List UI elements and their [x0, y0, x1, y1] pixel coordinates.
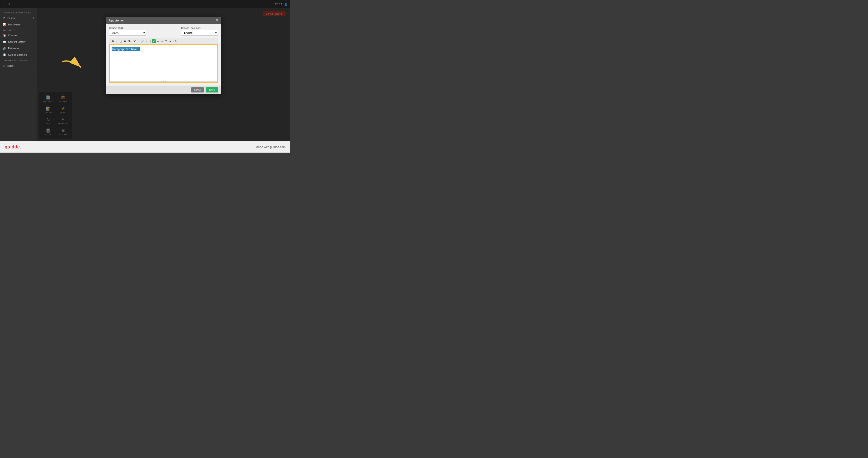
main-content: Delete Page 🗑 📄 Document 📦 SCORM 📝 Free …: [37, 8, 290, 141]
sidebar-item-guided-learning-label: Guided Learning: [8, 53, 27, 56]
pages-icon: 🗋: [3, 17, 5, 20]
user-avatar-icon[interactable]: 👤: [284, 3, 287, 6]
link-button[interactable]: 🔗: [140, 39, 145, 43]
close-button[interactable]: Close: [191, 87, 204, 92]
dashboard-icon: 📊: [3, 23, 6, 26]
sidebar-item-pages[interactable]: 🗋 Pages +: [0, 15, 37, 21]
sidebar: Course Builder Pages 🗋 Pages + 📊 Dashboa…: [0, 8, 37, 141]
resize-dots-icon: • • •: [161, 81, 166, 83]
subscript-button[interactable]: X₂: [127, 39, 132, 43]
add-button[interactable]: +: [168, 39, 172, 43]
sidebar-section-products: Products: [0, 28, 37, 32]
sidebar-section-create-manage: Create and Manage: [0, 58, 37, 62]
courses-chevron-icon: ›: [33, 34, 34, 37]
underline-button[interactable]: U: [119, 39, 122, 43]
modal-overlay: Update Item × Column Width: 100% 75% 66%…: [37, 8, 290, 141]
top-bar: ☰ C... EDS 1 👤: [0, 0, 290, 8]
guidde-logo: guidde.: [5, 144, 21, 150]
sidebar-item-courses[interactable]: 📚 Courses ›: [0, 32, 37, 38]
language-label: Choose Language:: [181, 27, 218, 29]
courses-icon: 📚: [3, 34, 6, 37]
modal-body: Column Width: 100% 75% 66% 50% 33% 25% C…: [106, 24, 221, 86]
modal-footer: Close Save: [106, 86, 221, 94]
top-bar-left: ☰ C...: [3, 2, 12, 6]
sidebar-item-content-library[interactable]: 📖 Content Library: [0, 38, 37, 45]
sidebar-section-course-builder: Course Builder Pages: [0, 10, 37, 15]
sidebar-item-admin-label: Admin: [7, 64, 14, 67]
pathways-icon: 🔗: [3, 47, 6, 50]
strikethrough-button[interactable]: S: [123, 39, 127, 43]
editor-content[interactable]: Paragraph text here...: [110, 45, 217, 53]
bold-button[interactable]: B: [111, 39, 115, 43]
save-button[interactable]: Save: [206, 87, 218, 92]
sidebar-item-dashboard[interactable]: 📊 Dashboard ›: [0, 21, 37, 28]
modal-options-row: Column Width: 100% 75% 66% 50% 33% 25% C…: [109, 27, 218, 36]
undo-button[interactable]: ↩: [145, 39, 149, 43]
check-button[interactable]: ✓: [152, 39, 156, 43]
code-button[interactable]: </>: [173, 39, 178, 43]
admin-icon: ⚙: [3, 64, 5, 67]
sidebar-item-dashboard-label: Dashboard: [8, 23, 21, 26]
arrow-annotation: [58, 55, 90, 74]
language-group: Choose Language: English Spanish French …: [181, 27, 218, 36]
align-button[interactable]: ⌂: [160, 39, 164, 43]
top-bar-right: EDS 1 👤: [275, 3, 287, 6]
update-item-modal: Update Item × Column Width: 100% 75% 66%…: [106, 17, 221, 94]
text-editor-wrapper: Paragraph text here... • • •: [109, 45, 218, 83]
sidebar-item-courses-label: Courses: [8, 34, 18, 37]
admin-chevron-icon: ›: [33, 64, 34, 67]
modal-title: Update Item: [109, 19, 125, 22]
text-button[interactable]: T: [164, 39, 168, 43]
app-title: C...: [8, 3, 12, 6]
sidebar-item-admin[interactable]: ⚙ Admin ›: [0, 62, 37, 69]
footer-bar: guidde. Made with guidde.com: [0, 141, 290, 152]
guided-learning-icon: 📋: [3, 53, 6, 56]
modal-close-x-button[interactable]: ×: [216, 19, 218, 22]
sidebar-item-pages-label: Pages: [7, 17, 14, 20]
language-select[interactable]: English Spanish French German: [181, 30, 218, 36]
hamburger-icon[interactable]: ☰: [3, 2, 6, 6]
sidebar-item-pathways[interactable]: 🔗 Pathways: [0, 45, 37, 52]
toolbar-separator-1: [138, 40, 138, 43]
modal-header: Update Item ×: [106, 17, 221, 24]
column-width-label: Column Width:: [109, 27, 146, 29]
toolbar-separator-2: [150, 40, 151, 43]
sidebar-item-content-library-label: Content Library: [8, 40, 25, 43]
superscript-button[interactable]: X²: [133, 39, 137, 43]
user-label: EDS 1: [275, 3, 282, 5]
made-with-text: Made with guidde.com: [255, 145, 285, 149]
content-library-icon: 📖: [3, 40, 6, 44]
rte-toolbar: B I U S X₂ X² 🔗 ↩ ✓ ≡ ⌂ T + </>: [109, 38, 218, 45]
column-width-group: Column Width: 100% 75% 66% 50% 33% 25%: [109, 27, 146, 36]
dashboard-chevron-icon: ›: [33, 23, 34, 26]
pages-add-icon[interactable]: +: [32, 16, 34, 20]
sidebar-item-pathways-label: Pathways: [8, 47, 19, 50]
sidebar-item-guided-learning[interactable]: 📋 Guided Learning: [0, 52, 37, 58]
editor-resize-handle[interactable]: • • •: [110, 81, 217, 82]
editor-empty-area[interactable]: [110, 53, 217, 81]
column-width-select[interactable]: 100% 75% 66% 50% 33% 25%: [109, 30, 146, 36]
selected-text[interactable]: Paragraph text here...: [112, 48, 140, 51]
list-button[interactable]: ≡: [156, 39, 160, 43]
italic-button[interactable]: I: [116, 39, 118, 43]
